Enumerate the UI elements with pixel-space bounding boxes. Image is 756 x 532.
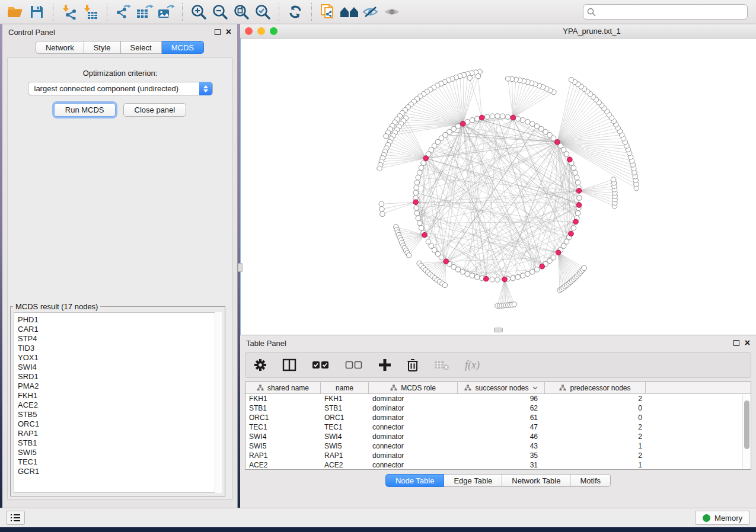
apply-layout-button[interactable]: [285, 2, 306, 21]
graph-leaf-node[interactable]: [512, 302, 517, 307]
zoom-out-button[interactable]: [209, 2, 231, 21]
cell-successor_nodes[interactable]: 61: [458, 414, 545, 422]
graph-mcds-hub-node[interactable]: [569, 231, 574, 236]
graph-mcds-hub-node[interactable]: [576, 188, 582, 194]
mcds-result-item[interactable]: YOX1: [18, 353, 221, 363]
graph-mcds-hub-node[interactable]: [556, 250, 561, 255]
graph-node[interactable]: [414, 185, 419, 190]
mcds-result-item[interactable]: FKH1: [18, 391, 221, 400]
graph-node[interactable]: [414, 180, 420, 185]
cell-mcds_role[interactable]: connector: [369, 461, 458, 469]
graph-mcds-hub-node[interactable]: [413, 200, 419, 205]
save-session-button[interactable]: [26, 2, 47, 21]
graph-node[interactable]: [490, 114, 495, 119]
float-panel-icon[interactable]: [215, 29, 221, 35]
tab-network-table[interactable]: Network Table: [502, 474, 570, 487]
graph-node[interactable]: [571, 226, 576, 231]
cell-name[interactable]: ACE2: [321, 461, 369, 469]
graph-mcds-hub-node[interactable]: [573, 219, 579, 225]
graph-node[interactable]: [419, 226, 424, 231]
graph-node[interactable]: [417, 170, 423, 175]
cell-mcds_role[interactable]: connector: [369, 423, 458, 431]
graph-node[interactable]: [416, 175, 421, 180]
mcds-result-item[interactable]: PHD1: [18, 315, 221, 325]
window-close-icon[interactable]: [245, 27, 253, 35]
graph-leaf-node[interactable]: [476, 73, 481, 79]
graph-mcds-hub-node[interactable]: [555, 140, 560, 145]
cell-shared_name[interactable]: TEC1: [245, 423, 321, 431]
mcds-result-item[interactable]: STP4: [18, 334, 221, 344]
cell-mcds_role[interactable]: dominator: [369, 451, 458, 460]
table-scrollbar-thumb[interactable]: [744, 400, 749, 449]
graph-mcds-hub-node[interactable]: [479, 115, 484, 120]
graph-node[interactable]: [421, 161, 426, 166]
memory-button[interactable]: Memory: [695, 511, 750, 525]
cell-name[interactable]: SWI4: [321, 432, 369, 441]
table-scrollbar[interactable]: [742, 395, 750, 469]
graph-leaf-node[interactable]: [505, 76, 511, 82]
zoom-selected-button[interactable]: [252, 2, 273, 21]
graph-mcds-hub-node[interactable]: [567, 157, 573, 162]
mcds-result-item[interactable]: SWI4: [18, 363, 221, 372]
graph-leaf-node[interactable]: [569, 77, 574, 82]
network-canvas[interactable]: [240, 39, 756, 335]
new-network-from-selection-button[interactable]: [317, 2, 339, 21]
graph-node[interactable]: [419, 165, 424, 171]
optimization-criterion-select[interactable]: largest connected component (undirected): [28, 82, 213, 95]
mcds-result-item[interactable]: CAR1: [18, 325, 221, 334]
cell-predecessor_nodes[interactable]: 2: [545, 432, 646, 441]
cell-successor_nodes[interactable]: 31: [458, 461, 545, 469]
graph-node[interactable]: [575, 211, 580, 216]
graph-mcds-hub-node[interactable]: [502, 277, 508, 282]
cell-predecessor_nodes[interactable]: 2: [545, 451, 646, 460]
import-network-button[interactable]: [59, 2, 80, 21]
graph-leaf-node[interactable]: [380, 211, 385, 217]
tab-motifs[interactable]: Motifs: [570, 474, 611, 487]
graph-mcds-hub-node[interactable]: [576, 203, 582, 208]
graph-leaf-node[interactable]: [442, 283, 448, 288]
column-header-predecessor-nodes[interactable]: predecessor nodes: [545, 382, 646, 393]
graph-leaf-node[interactable]: [377, 166, 382, 171]
graph-node[interactable]: [484, 114, 490, 120]
cell-shared_name[interactable]: SWI4: [245, 432, 321, 441]
graph-mcds-hub-node[interactable]: [484, 276, 489, 281]
graph-node[interactable]: [505, 114, 511, 120]
cell-name[interactable]: ORC1: [321, 414, 369, 422]
mcds-result-item[interactable]: PMA2: [18, 382, 221, 391]
network-graph[interactable]: [241, 39, 756, 335]
graph-node[interactable]: [465, 271, 470, 277]
cell-successor_nodes[interactable]: 47: [458, 423, 545, 431]
graph-node[interactable]: [551, 255, 556, 260]
cell-predecessor_nodes[interactable]: 2: [545, 423, 646, 431]
graph-node[interactable]: [417, 220, 423, 226]
mcds-result-item[interactable]: RAP1: [18, 429, 221, 438]
cell-name[interactable]: TEC1: [321, 423, 369, 431]
mcds-result-item[interactable]: ACE2: [18, 400, 221, 410]
graph-mcds-hub-node[interactable]: [423, 156, 429, 161]
cell-mcds_role[interactable]: dominator: [369, 414, 458, 422]
graph-node[interactable]: [520, 273, 525, 278]
graph-node[interactable]: [416, 216, 421, 221]
cell-shared_name[interactable]: RAP1: [245, 451, 321, 460]
column-header-successor-nodes[interactable]: successor nodes: [458, 382, 545, 393]
horizontal-split-grip[interactable]: [494, 328, 503, 332]
graph-node[interactable]: [575, 180, 580, 185]
window-minimize-icon[interactable]: [257, 27, 265, 35]
mcds-result-item[interactable]: ORC1: [18, 419, 221, 429]
show-panels-list-button[interactable]: [6, 511, 25, 525]
tab-edge-table[interactable]: Edge Table: [444, 474, 502, 487]
tab-node-table[interactable]: Node Table: [385, 474, 445, 487]
graph-node[interactable]: [573, 170, 578, 175]
tab-mcds[interactable]: MCDS: [162, 41, 204, 54]
cell-shared_name[interactable]: STB1: [245, 404, 321, 412]
close-table-panel-icon[interactable]: ×: [745, 340, 750, 346]
graph-leaf-node[interactable]: [467, 75, 473, 81]
graph-node[interactable]: [500, 114, 505, 119]
graph-node[interactable]: [520, 118, 525, 123]
export-image-button[interactable]: [155, 2, 177, 21]
table-row[interactable]: ORC1ORC1dominator610: [245, 413, 751, 422]
cell-shared_name[interactable]: ORC1: [245, 414, 321, 422]
graph-leaf-node[interactable]: [384, 134, 389, 139]
graph-leaf-node[interactable]: [406, 253, 412, 258]
cell-predecessor_nodes[interactable]: 1: [545, 461, 646, 469]
